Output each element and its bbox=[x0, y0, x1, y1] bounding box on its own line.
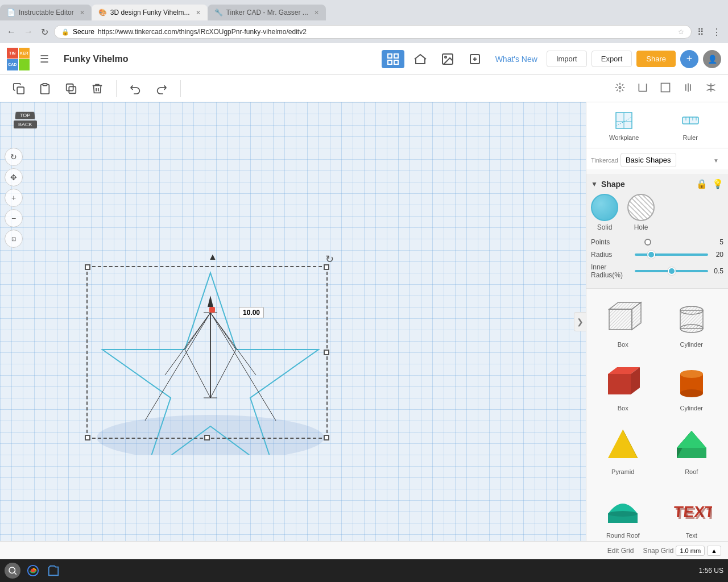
box-red-label: Box bbox=[618, 405, 628, 411]
zoom-out-button[interactable]: − bbox=[5, 209, 23, 227]
tab-tinkercad-mr[interactable]: 🔧 Tinker CAD - Mr. Gasser ... ✕ bbox=[208, 5, 326, 20]
tab-close-2[interactable]: ✕ bbox=[196, 9, 201, 16]
nav-back-button[interactable]: ← bbox=[5, 26, 18, 38]
shapes-library: Box bbox=[586, 289, 728, 541]
taskbar-time: 1:56 US bbox=[699, 567, 723, 575]
undo-button[interactable] bbox=[123, 79, 147, 98]
nav-forward-button[interactable]: → bbox=[22, 26, 35, 38]
shape-type-options: Solid Hole bbox=[591, 194, 723, 231]
box-gray-icon bbox=[602, 298, 643, 339]
shape-item-roof-green[interactable]: Roof bbox=[660, 421, 724, 480]
shape-item-text-3d[interactable]: TEXT TEXT Text bbox=[660, 484, 724, 541]
import-button[interactable]: Import bbox=[547, 51, 587, 67]
roof-green-icon bbox=[671, 425, 712, 466]
cube-top-label[interactable]: TOP bbox=[15, 112, 35, 119]
add-user-button[interactable]: + bbox=[680, 50, 698, 68]
inner-radius-slider[interactable] bbox=[635, 270, 708, 272]
shape-panel: ▼ Shape 🔒 💡 Solid Hole Points bbox=[586, 174, 728, 289]
tab-instructable[interactable]: 📄 Instructable Editor ✕ bbox=[0, 5, 92, 20]
delete-button[interactable] bbox=[85, 79, 109, 98]
collapse-shape-icon[interactable]: ▼ bbox=[591, 180, 598, 188]
view-cube: TOP BACK bbox=[14, 111, 37, 128]
tinkerpad-button[interactable] bbox=[464, 50, 486, 68]
copy-button[interactable] bbox=[7, 79, 31, 98]
shape-item-round-roof[interactable]: Round Roof bbox=[591, 484, 655, 541]
pan-view-button[interactable]: ✥ bbox=[5, 168, 23, 186]
up-handle[interactable]: ▲ bbox=[208, 252, 217, 262]
learn-button[interactable] bbox=[409, 50, 432, 68]
solid-option[interactable]: Solid bbox=[591, 194, 618, 231]
shape-item-cylinder-orange[interactable]: Cylinder bbox=[660, 357, 724, 416]
svg-line-23 bbox=[145, 313, 210, 421]
star-object[interactable] bbox=[85, 261, 336, 455]
avatar[interactable]: 👤 bbox=[703, 50, 721, 68]
svg-rect-12 bbox=[661, 84, 670, 92]
svg-line-69 bbox=[14, 572, 16, 574]
rotation-controls: ↻ ✥ + − ⊡ bbox=[5, 148, 23, 248]
top-handle[interactable] bbox=[209, 307, 215, 313]
shape-item-box-gray[interactable]: Box bbox=[591, 293, 655, 352]
points-value: 5 bbox=[708, 238, 723, 246]
nav-refresh-button[interactable]: ↻ bbox=[39, 26, 51, 39]
lock-button[interactable]: 🔒 bbox=[696, 178, 708, 189]
radius-slider[interactable] bbox=[635, 253, 708, 256]
whats-new-button[interactable]: What's New bbox=[491, 52, 542, 66]
taskbar-search-icon[interactable] bbox=[5, 563, 20, 579]
extensions-button[interactable]: ⠿ bbox=[695, 26, 706, 39]
shape-item-box-red[interactable]: Box bbox=[591, 357, 655, 416]
browser-chrome: 📄 Instructable Editor ✕ 🎨 3D design Funk… bbox=[0, 0, 728, 43]
address-input[interactable]: 🔒 Secure https://www.tinkercad.com/thing… bbox=[54, 25, 692, 39]
svg-marker-30 bbox=[208, 296, 213, 307]
category-dropdown-wrap[interactable]: Basic Shapes bbox=[621, 153, 723, 167]
secure-label: Secure bbox=[73, 28, 94, 36]
svg-marker-59 bbox=[677, 431, 706, 448]
ruler-button[interactable]: Ruler bbox=[657, 107, 724, 143]
hamburger-menu-button[interactable]: ☰ bbox=[34, 49, 55, 69]
snap-dropdown-button[interactable]: ▲ bbox=[707, 546, 721, 556]
snap-value-button[interactable]: 1.0 mm bbox=[676, 546, 705, 556]
light-button[interactable]: 💡 bbox=[712, 178, 723, 189]
view-perspective-button[interactable] bbox=[632, 80, 653, 97]
shape-item-pyramid-yellow[interactable]: Pyramid bbox=[591, 421, 655, 480]
tab-title-2: 3D design Funky Vihelm... bbox=[110, 9, 190, 16]
category-dropdown[interactable]: Basic Shapes bbox=[621, 153, 676, 167]
svg-point-68 bbox=[9, 567, 15, 573]
cube-back-label[interactable]: BACK bbox=[14, 120, 37, 128]
view-mirror-button[interactable] bbox=[701, 80, 721, 97]
view-align-button[interactable] bbox=[678, 80, 698, 97]
zoom-in-button[interactable]: + bbox=[5, 189, 23, 207]
export-button[interactable]: Export bbox=[592, 51, 632, 67]
svg-rect-3 bbox=[394, 60, 398, 64]
hole-option[interactable]: Hole bbox=[627, 194, 655, 231]
redo-button[interactable] bbox=[150, 79, 173, 98]
canvas-area[interactable]: TOP BACK ↻ ✥ + − ⊡ bbox=[0, 102, 586, 541]
tab-close-1[interactable]: ✕ bbox=[80, 9, 85, 16]
chrome-menu-button[interactable]: ⋮ bbox=[710, 26, 723, 39]
paste-button[interactable] bbox=[33, 79, 57, 98]
svg-rect-9 bbox=[69, 86, 76, 93]
workplane-button[interactable]: Workplane bbox=[591, 107, 657, 143]
fit-view-button[interactable]: ⊡ bbox=[5, 230, 23, 248]
cylinder-gray-label: Cylinder bbox=[680, 341, 703, 348]
tab-close-3[interactable]: ✕ bbox=[314, 9, 319, 16]
view-ortho-button[interactable] bbox=[655, 80, 676, 97]
rotation-handle[interactable]: ↻ bbox=[325, 253, 334, 265]
rotate-view-button[interactable]: ↻ bbox=[5, 148, 23, 166]
trash-icon bbox=[91, 82, 104, 95]
perspective-icon bbox=[637, 82, 648, 93]
share-button[interactable]: Share bbox=[636, 51, 676, 67]
taskbar-chrome-icon[interactable] bbox=[25, 563, 41, 579]
view-home-button[interactable] bbox=[610, 80, 630, 97]
shape-item-cylinder-gray[interactable]: Cylinder bbox=[660, 293, 724, 352]
star-icon[interactable]: ☆ bbox=[678, 28, 684, 36]
taskbar-files-icon[interactable] bbox=[46, 563, 61, 579]
tab-tinkercad-design[interactable]: 🎨 3D design Funky Vihelm... ✕ bbox=[92, 5, 208, 20]
grid-view-button[interactable] bbox=[382, 50, 404, 68]
gallery-button[interactable] bbox=[436, 50, 459, 68]
undo-icon bbox=[129, 82, 142, 95]
cylinder-orange-icon bbox=[671, 361, 712, 402]
home-view-icon bbox=[614, 82, 626, 93]
collapse-panel-button[interactable]: ❯ bbox=[574, 312, 586, 331]
tab-favicon-3: 🔧 bbox=[214, 9, 223, 16]
duplicate-button[interactable] bbox=[59, 79, 83, 98]
